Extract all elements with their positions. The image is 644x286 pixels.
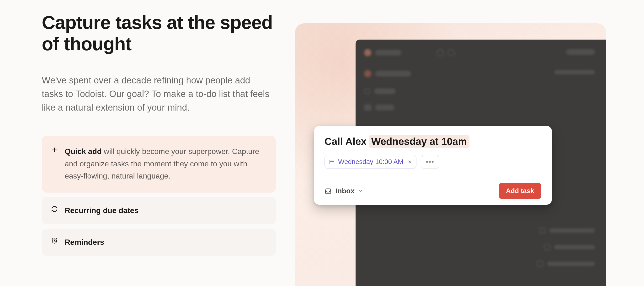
feature-reminders[interactable]: Reminders: [42, 229, 276, 256]
illustration-panel: Call Alex Wednesday at 10am Wednesday 10…: [295, 23, 606, 286]
inbox-icon: [324, 187, 332, 194]
feature-reminders-title: Reminders: [65, 236, 104, 248]
svg-line-5: [52, 238, 52, 239]
calendar-icon: [329, 159, 335, 165]
feature-quick-add-title: Quick add: [65, 147, 102, 156]
feature-recurring[interactable]: Recurring due dates: [42, 197, 276, 224]
more-icon: •••: [426, 158, 434, 166]
svg-rect-7: [330, 160, 334, 164]
feature-recurring-title: Recurring due dates: [65, 204, 138, 217]
svg-line-6: [56, 238, 57, 239]
feature-list: Quick add will quickly become your super…: [42, 136, 276, 256]
more-actions-button[interactable]: •••: [421, 155, 439, 169]
recurring-icon: [51, 205, 58, 213]
svg-line-4: [54, 241, 56, 241]
project-selector[interactable]: Inbox: [324, 187, 363, 195]
quick-add-input[interactable]: Call Alex Wednesday at 10am: [314, 126, 552, 155]
date-chip-remove[interactable]: [408, 160, 412, 164]
date-chip[interactable]: Wednesday 10:00 AM: [324, 155, 416, 169]
plus-icon: [51, 146, 58, 153]
reminder-icon: [51, 237, 58, 244]
feature-quick-add-body: Quick add will quickly become your super…: [65, 145, 267, 182]
quick-add-card: Call Alex Wednesday at 10am Wednesday 10…: [314, 126, 552, 205]
quick-add-highlight: Wednesday at 10am: [369, 135, 470, 148]
feature-quick-add[interactable]: Quick add will quickly become your super…: [42, 136, 276, 193]
hero-subtext: We've spent over a decade refining how p…: [42, 74, 271, 114]
quick-add-text: Call Alex: [324, 136, 366, 147]
chevron-down-icon: [358, 188, 363, 193]
hero-heading: Capture tasks at the speed of thought: [42, 12, 276, 55]
date-chip-label: Wednesday 10:00 AM: [338, 158, 403, 166]
add-task-button[interactable]: Add task: [499, 183, 541, 199]
project-label: Inbox: [336, 187, 354, 195]
